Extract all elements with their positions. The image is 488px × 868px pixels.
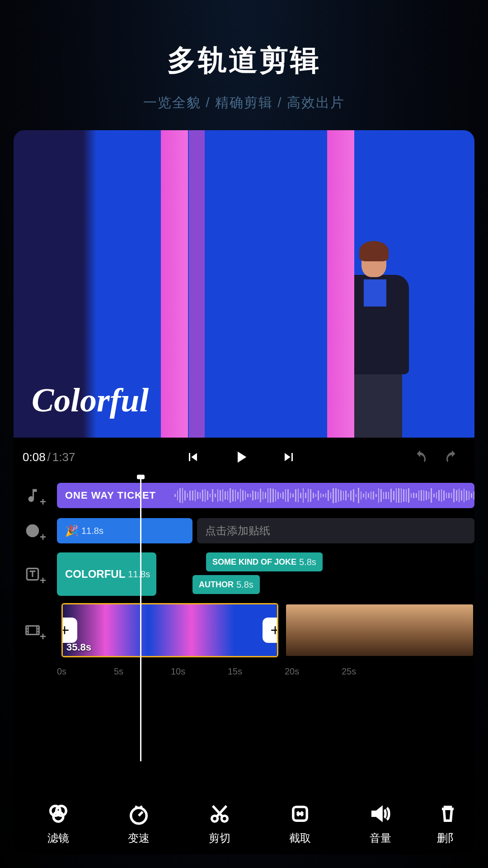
- text-track: + COLORFUL 11.8s SOME KIND OF JOKE 5.8s: [14, 552, 474, 597]
- tool-label: 音量: [370, 831, 391, 845]
- time-current: 0:08: [23, 450, 46, 464]
- delete-icon: [436, 802, 460, 826]
- add-music-button[interactable]: +: [21, 484, 44, 507]
- plus-icon: +: [40, 531, 46, 543]
- music-icon: [24, 487, 41, 504]
- text-sub-duration: 5.8s: [236, 580, 253, 590]
- ruler-tick: 25s: [342, 666, 399, 677]
- text-sub-label: AUTHOR: [199, 580, 234, 590]
- tool-label: 删阝: [437, 831, 459, 845]
- timeline[interactable]: + ONE WAY TICKET + 🎉 11.8s 点击添加贴纸: [14, 476, 474, 788]
- undo-icon: [412, 449, 428, 465]
- tool-cut[interactable]: 剪切: [192, 802, 247, 845]
- skip-previous-icon: [185, 449, 201, 465]
- ruler-tick: 0s: [57, 666, 114, 677]
- undo-button[interactable]: [409, 446, 432, 468]
- video-preview[interactable]: Colorful: [14, 130, 474, 438]
- video-clip-1[interactable]: 35.8s: [61, 603, 278, 657]
- text-clip-main[interactable]: COLORFUL 11.8s: [57, 552, 156, 596]
- tool-label: 滤镜: [47, 831, 69, 845]
- plus-icon: [268, 623, 278, 637]
- insert-before-button[interactable]: [61, 618, 77, 643]
- tool-label: 剪切: [209, 831, 230, 845]
- svg-point-1: [29, 528, 32, 530]
- tool-delete[interactable]: 删阝: [434, 802, 461, 845]
- volume-icon: [369, 802, 392, 826]
- preview-caption: Colorful: [32, 381, 149, 420]
- video-clip-duration: 35.8s: [66, 642, 91, 653]
- cut-icon: [208, 802, 231, 826]
- add-text-button[interactable]: +: [21, 562, 44, 586]
- svg-point-2: [33, 528, 36, 530]
- play-icon: [231, 448, 250, 467]
- sticker-emoji: 🎉: [65, 524, 79, 537]
- next-button[interactable]: [277, 446, 300, 468]
- insert-after-button[interactable]: [263, 618, 278, 643]
- sticker-placeholder[interactable]: 点击添加贴纸: [197, 518, 474, 543]
- page-title: 多轨道剪辑: [14, 41, 474, 80]
- sticker-clip[interactable]: 🎉 11.8s: [57, 518, 192, 543]
- text-clip-duration: 11.8s: [128, 569, 150, 580]
- ruler-tick: 15s: [228, 666, 285, 677]
- redo-button[interactable]: [441, 446, 463, 468]
- tool-label: 变速: [128, 831, 150, 845]
- text-icon: [24, 566, 41, 583]
- svg-point-0: [26, 524, 39, 538]
- tool-speed[interactable]: 变速: [112, 802, 166, 845]
- tool-crop[interactable]: 截取: [273, 802, 327, 845]
- tool-volume[interactable]: 音量: [353, 802, 408, 845]
- text-clip-sub-1[interactable]: SOME KIND OF JOKE 5.8s: [206, 552, 323, 571]
- skip-next-icon: [281, 449, 297, 465]
- music-clip[interactable]: ONE WAY TICKET: [57, 483, 474, 508]
- crop-icon: [288, 802, 312, 826]
- sticker-duration: 11.8s: [81, 526, 103, 536]
- text-sub-label: SOME KIND OF JOKE: [212, 557, 296, 567]
- prev-button[interactable]: [182, 446, 204, 468]
- filter-icon: [47, 802, 70, 826]
- add-sticker-button[interactable]: +: [21, 519, 44, 542]
- time-total: 1:37: [52, 450, 75, 464]
- music-track: + ONE WAY TICKET: [14, 481, 474, 510]
- text-sub-duration: 5.8s: [299, 557, 316, 567]
- redo-icon: [444, 449, 460, 465]
- speed-icon: [127, 802, 150, 826]
- sticker-track: + 🎉 11.8s 点击添加贴纸: [14, 516, 474, 545]
- ruler-tick: 5s: [114, 666, 171, 677]
- plus-icon: [61, 623, 71, 637]
- music-clip-label: ONE WAY TICKET: [65, 490, 156, 501]
- person-figure: [334, 239, 416, 438]
- add-video-button[interactable]: +: [21, 618, 44, 642]
- video-track: + 35.8s: [14, 603, 474, 657]
- editor-frame: Colorful 0:08 / 1:37 +: [14, 130, 474, 854]
- video-clip-2[interactable]: [285, 603, 474, 657]
- promo-header: 多轨道剪辑 一览全貌 / 精确剪辑 / 高效出片: [14, 14, 474, 130]
- ruler-tick: 10s: [171, 666, 228, 677]
- tool-filter[interactable]: 滤镜: [31, 802, 85, 845]
- ruler-tick: 20s: [285, 666, 342, 677]
- tool-label: 截取: [289, 831, 311, 845]
- plus-icon: +: [40, 630, 46, 643]
- bottom-toolbar: 滤镜变速剪切截取音量删阝: [14, 788, 474, 854]
- time-separator: /: [47, 450, 51, 464]
- plus-icon: +: [40, 495, 46, 508]
- emoji-icon: [24, 522, 41, 539]
- plus-icon: +: [40, 574, 46, 587]
- text-clip-sub-2[interactable]: AUTHOR 5.8s: [192, 575, 260, 594]
- page-subtitle: 一览全貌 / 精确剪辑 / 高效出片: [14, 94, 474, 112]
- timeline-ruler: 0s5s10s15s20s25s: [14, 666, 474, 677]
- text-clip-label: COLORFUL: [65, 568, 125, 580]
- play-button[interactable]: [230, 446, 252, 468]
- playback-controls: 0:08 / 1:37: [14, 438, 474, 476]
- film-icon: [24, 622, 41, 639]
